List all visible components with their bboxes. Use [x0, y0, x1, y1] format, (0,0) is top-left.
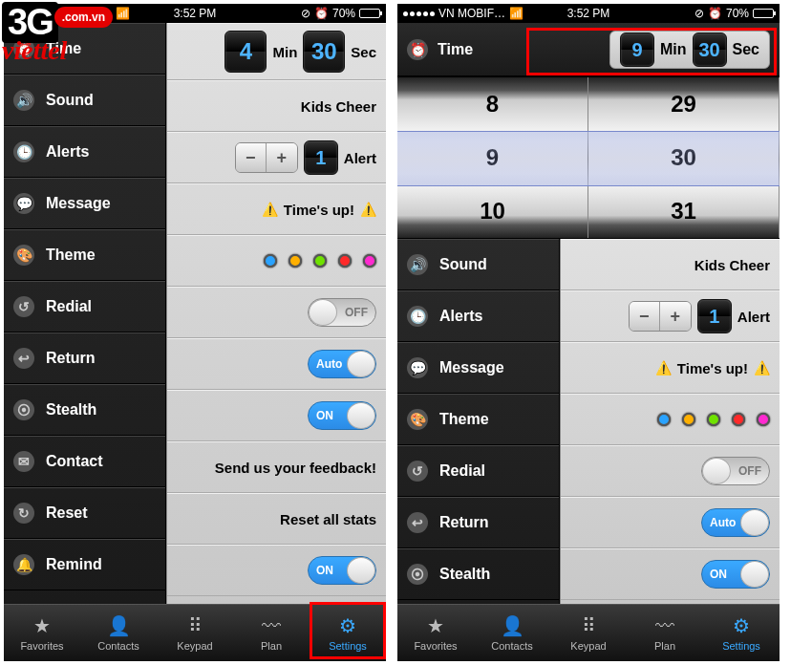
stealth-toggle[interactable]: ON: [308, 401, 376, 430]
sidebar-item-message[interactable]: 💬Message: [4, 178, 165, 229]
tab-keypad[interactable]: ⠿Keypad: [550, 605, 627, 661]
plan-icon: 〰: [655, 615, 674, 637]
tab-contacts[interactable]: 👤Contacts: [80, 605, 157, 661]
stealth-toggle[interactable]: ON: [701, 560, 770, 589]
alert-minus[interactable]: −: [630, 302, 660, 331]
tab-settings[interactable]: ⚙Settings: [310, 605, 386, 661]
min-label: Min: [660, 41, 687, 58]
warning-icon: ⚠️: [262, 202, 278, 217]
phone-right: VN MOBIF… 📶 3:52 PM ⊘ ⏰ 70% ⏰ Time 9 Min…: [397, 4, 780, 661]
settings-content: 4 Min 30 Sec Kids Cheer − + 1 Alert ⚠️ T…: [166, 23, 386, 604]
return-toggle[interactable]: Auto: [701, 508, 770, 537]
orientation-lock-icon: ⊘: [694, 7, 704, 20]
warning-icon: ⚠️: [360, 202, 376, 217]
theme-blue[interactable]: [264, 254, 277, 268]
theme-orange[interactable]: [288, 254, 302, 268]
sidebar-item-redial[interactable]: ↺Redial: [397, 445, 559, 497]
min-label: Min: [272, 44, 297, 60]
theme-dots[interactable]: [264, 254, 376, 268]
sound-value[interactable]: Kids Cheer: [694, 257, 770, 273]
sidebar-item-return[interactable]: ↩Return: [4, 332, 165, 384]
stealth-icon: ⦿: [13, 399, 34, 420]
tab-plan[interactable]: 〰Plan: [233, 605, 310, 661]
picker-cell-selected[interactable]: 9: [397, 131, 588, 184]
alert-minus[interactable]: −: [236, 143, 267, 172]
alerts-icon: 🕒: [13, 141, 34, 162]
sidebar-item-alerts[interactable]: 🕒Alerts: [4, 126, 165, 178]
picker-cell[interactable]: 29: [588, 77, 779, 131]
sidebar-item-return[interactable]: ↩Return: [397, 497, 559, 548]
remind-toggle[interactable]: ON: [308, 556, 376, 585]
time-header-row: ⏰ Time 9 Min 30 Sec: [397, 23, 780, 76]
alert-count-box: 1: [697, 299, 732, 333]
sidebar-item-remind[interactable]: 🔔Remind: [4, 539, 165, 590]
time-picker[interactable]: 8 9 10 29 30 31: [397, 76, 780, 239]
phone-left: VN MOBIF… 📶 3:52 PM ⊘ ⏰ 70% ⏰Time 🔊Sound…: [4, 4, 386, 661]
time-min-box[interactable]: 9: [620, 32, 654, 67]
orientation-lock-icon: ⊘: [301, 7, 310, 20]
picker-cell-selected[interactable]: 30: [588, 131, 779, 184]
tab-contacts[interactable]: 👤Contacts: [474, 605, 550, 661]
sidebar-item-reset[interactable]: ↻Reset: [4, 487, 165, 539]
sound-icon: 🔊: [407, 254, 428, 275]
return-icon: ↩: [407, 512, 428, 533]
time-sec-box[interactable]: 30: [303, 31, 345, 73]
sidebar-item-theme[interactable]: 🎨Theme: [397, 394, 559, 445]
picker-cell[interactable]: 8: [397, 77, 588, 131]
time-label: Time: [438, 41, 473, 58]
settings-sidebar: ⏰Time 🔊Sound 🕒Alerts 💬Message 🎨Theme ↺Re…: [4, 23, 166, 604]
picker-seconds[interactable]: 29 30 31: [588, 77, 780, 238]
theme-red[interactable]: [732, 413, 745, 426]
tab-bar: ★Favorites 👤Contacts ⠿Keypad 〰Plan ⚙Sett…: [397, 604, 780, 661]
theme-green[interactable]: [313, 254, 327, 268]
tab-favorites[interactable]: ★Favorites: [4, 605, 80, 661]
sound-value[interactable]: Kids Cheer: [301, 98, 376, 115]
sidebar-item-stealth[interactable]: ⦿Stealth: [4, 384, 165, 436]
sidebar-item-contact[interactable]: ✉Contact: [4, 436, 165, 487]
keypad-icon: ⠿: [188, 614, 203, 637]
gear-icon: ⚙: [733, 614, 750, 637]
tab-keypad[interactable]: ⠿Keypad: [157, 605, 233, 661]
tab-favorites[interactable]: ★Favorites: [397, 605, 474, 661]
alert-label: Alert: [737, 309, 770, 325]
theme-orange[interactable]: [682, 413, 695, 426]
alert-stepper[interactable]: − +: [235, 142, 298, 173]
contact-text[interactable]: Send us your feedback!: [215, 460, 376, 476]
theme-icon: 🎨: [407, 409, 428, 430]
theme-red[interactable]: [338, 254, 352, 268]
time-control[interactable]: 9 Min 30 Sec: [609, 31, 770, 69]
tab-bar: ★Favorites 👤Contacts ⠿Keypad 〰Plan ⚙Sett…: [4, 604, 386, 661]
time-sec-box[interactable]: 30: [693, 32, 727, 67]
warning-icon: ⚠️: [754, 360, 770, 375]
remind-icon: 🔔: [13, 554, 34, 575]
picker-cell[interactable]: 10: [397, 184, 588, 238]
sidebar-item-message[interactable]: 💬Message: [397, 342, 559, 394]
message-icon: 💬: [407, 357, 428, 378]
alert-stepper[interactable]: − +: [629, 301, 692, 332]
alert-plus[interactable]: +: [267, 143, 297, 172]
reset-text[interactable]: Reset all stats: [280, 511, 376, 527]
sidebar-item-redial[interactable]: ↺Redial: [4, 281, 165, 332]
theme-dots[interactable]: [657, 413, 770, 426]
return-toggle[interactable]: Auto: [308, 350, 376, 378]
message-text: Time's up!: [284, 202, 354, 218]
alert-plus[interactable]: +: [660, 302, 691, 331]
redial-toggle[interactable]: OFF: [701, 457, 770, 485]
tab-settings[interactable]: ⚙Settings: [703, 605, 780, 661]
tab-plan[interactable]: 〰Plan: [627, 605, 703, 661]
theme-pink[interactable]: [757, 413, 770, 426]
theme-green[interactable]: [707, 413, 720, 426]
theme-pink[interactable]: [363, 254, 376, 268]
sidebar-item-sound[interactable]: 🔊Sound: [4, 75, 165, 126]
time-min-box[interactable]: 4: [224, 31, 267, 73]
sidebar-item-theme[interactable]: 🎨Theme: [4, 229, 165, 281]
sidebar-item-alerts[interactable]: 🕒Alerts: [397, 290, 559, 342]
picker-minutes[interactable]: 8 9 10: [397, 77, 588, 238]
redial-toggle[interactable]: OFF: [308, 298, 376, 327]
sidebar-item-stealth[interactable]: ⦿Stealth: [397, 548, 559, 600]
battery-icon: [359, 9, 380, 18]
theme-blue[interactable]: [657, 413, 671, 426]
sound-icon: 🔊: [13, 90, 34, 111]
picker-cell[interactable]: 31: [588, 184, 779, 238]
sidebar-item-sound[interactable]: 🔊Sound: [397, 239, 559, 290]
